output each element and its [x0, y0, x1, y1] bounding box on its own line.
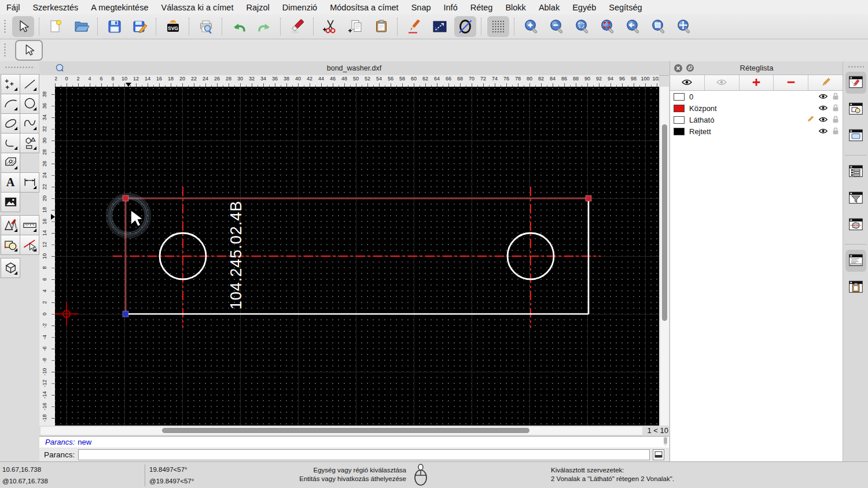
measure-tool-button[interactable] [20, 215, 39, 235]
layer-row-Központ[interactable]: Központ [670, 102, 843, 114]
layer-lock-toggle[interactable] [830, 115, 841, 124]
menu-válassza-ki-a-címet[interactable]: Válassza ki a címet [155, 3, 240, 12]
line-tool-button[interactable] [20, 74, 39, 94]
zoom-out-button[interactable] [546, 16, 568, 37]
layer-lock-toggle[interactable] [830, 92, 841, 101]
edit-pen-button[interactable] [403, 16, 425, 37]
cursor-option-button[interactable] [15, 40, 43, 61]
palette-drag-handle[interactable] [5, 66, 35, 69]
zoom-window-button[interactable] [597, 16, 619, 37]
zoom-in-button[interactable] [520, 16, 542, 37]
menu-blokk[interactable]: Blokk [499, 3, 532, 12]
dimension-tool-button[interactable] [20, 172, 39, 193]
block-list-widget-button[interactable] [845, 98, 866, 120]
ellipse-line-button[interactable] [454, 16, 476, 37]
menu-réteg[interactable]: Réteg [464, 3, 499, 12]
menu-dimenzió[interactable]: Dimenzió [276, 3, 323, 12]
svg-export-button[interactable]: SVG [162, 16, 184, 37]
layer-visibility-toggle[interactable] [818, 103, 828, 113]
layer-color-swatch[interactable] [674, 105, 685, 112]
trim-tool-button[interactable] [1, 235, 20, 255]
undo-button[interactable] [228, 16, 250, 37]
horizontal-scrollbar-thumb[interactable] [162, 428, 529, 433]
edit-layer-button[interactable] [808, 75, 843, 90]
close-icon[interactable] [674, 64, 682, 72]
save-button[interactable] [104, 16, 126, 37]
menu-módosítsa-a-címet[interactable]: Módosítsa a címet [323, 3, 404, 12]
toolbar-drag-handle[interactable] [3, 19, 7, 34]
menu-segítség[interactable]: Segítség [602, 3, 648, 12]
circle-tool-button[interactable] [20, 94, 39, 114]
print-preview-button[interactable] [195, 16, 217, 37]
text-tool-button[interactable]: A [1, 172, 20, 193]
layer-row-Rejtett[interactable]: Rejtett [670, 125, 843, 137]
arc-tool-button[interactable] [1, 94, 20, 114]
add-layer-button[interactable] [740, 75, 774, 90]
float-panel-icon[interactable] [686, 64, 694, 72]
spline-tool-button[interactable] [20, 113, 39, 134]
selection-handle-blue[interactable] [123, 311, 128, 317]
layer-visibility-toggle[interactable] [818, 115, 828, 125]
layer-color-swatch[interactable] [674, 116, 685, 124]
menu-infó[interactable]: Infó [437, 3, 464, 12]
menu-egyéb[interactable]: Egyéb [566, 3, 602, 12]
layer-lock-toggle[interactable] [830, 127, 841, 136]
polygon-tool-button[interactable] [20, 133, 39, 153]
hatch-tool-button[interactable] [1, 153, 20, 173]
zoom-page-button[interactable] [648, 16, 670, 37]
drawing-canvas[interactable]: 104.245.02.4B [55, 87, 659, 426]
layer-list-widget-button[interactable] [845, 72, 866, 94]
menu-rajzol[interactable]: Rajzol [240, 3, 275, 12]
layer-color-swatch[interactable] [674, 128, 685, 135]
points-tool-button[interactable] [1, 74, 20, 94]
layer-lock-toggle[interactable] [830, 103, 841, 113]
cursor-button[interactable] [12, 16, 34, 37]
ellipse2-tool-button[interactable] [1, 113, 20, 134]
vertical-scrollbar-thumb[interactable] [662, 124, 667, 321]
command-widget-button[interactable] [845, 250, 866, 272]
dock-drag-handle[interactable] [848, 65, 864, 68]
image-tool-button[interactable] [1, 192, 20, 212]
layer-row-Látható[interactable]: Látható [670, 114, 843, 125]
layer-visibility-toggle[interactable] [818, 92, 828, 102]
filter-widget-button[interactable] [845, 187, 866, 209]
layer-edit-slot[interactable] [805, 115, 815, 124]
attributes-button[interactable] [429, 16, 451, 37]
layer-visibility-toggle[interactable] [818, 127, 828, 136]
delete-entity-button[interactable] [286, 16, 308, 37]
menu-ablak[interactable]: Ablak [532, 3, 566, 12]
tool-options-drag-handle[interactable] [3, 43, 7, 58]
horizontal-scrollbar[interactable] [41, 427, 642, 435]
hide-all-eye-button[interactable] [705, 75, 740, 90]
zoom-auto-button[interactable] [571, 16, 593, 37]
paste-button[interactable] [370, 16, 392, 37]
polyline-tool-button[interactable] [1, 133, 20, 153]
zoom-pan-button[interactable] [673, 16, 695, 37]
menu-fájl[interactable]: Fájl [0, 3, 26, 12]
select-entity-tool-button[interactable] [20, 235, 39, 255]
menu-a-megtekintése[interactable]: A megtekintése [84, 3, 155, 12]
command-history-scrollbar[interactable] [664, 437, 667, 446]
copy-button[interactable] [345, 16, 367, 37]
layer-color-swatch[interactable] [674, 93, 685, 101]
remove-layer-button[interactable] [774, 75, 808, 90]
command-input[interactable] [78, 449, 650, 460]
layer-row-0[interactable]: 0 [670, 91, 843, 102]
modify-tool-button[interactable] [1, 215, 20, 235]
save-as-button[interactable] [129, 16, 151, 37]
clipboard-widget-button[interactable] [845, 276, 866, 298]
solid-3d-tool-button[interactable] [1, 258, 20, 278]
grid-toggle-button[interactable] [487, 16, 509, 37]
show-all-eye-button[interactable] [670, 75, 705, 90]
open-file-button[interactable] [71, 16, 93, 37]
selection-handle-red[interactable] [586, 195, 591, 201]
cut-button[interactable] [319, 16, 341, 37]
library-widget-button[interactable] [845, 125, 866, 147]
new-document-button[interactable] [45, 16, 67, 37]
document-titlebar[interactable]: bond_washer.dxf [39, 61, 669, 76]
zoom-previous-button[interactable] [622, 16, 644, 37]
menu-snap[interactable]: Snap [405, 3, 437, 12]
entity-list-widget-button[interactable] [845, 161, 866, 183]
menu-szerkesztés[interactable]: Szerkesztés [26, 3, 84, 12]
selection-handle-red[interactable] [123, 195, 128, 201]
